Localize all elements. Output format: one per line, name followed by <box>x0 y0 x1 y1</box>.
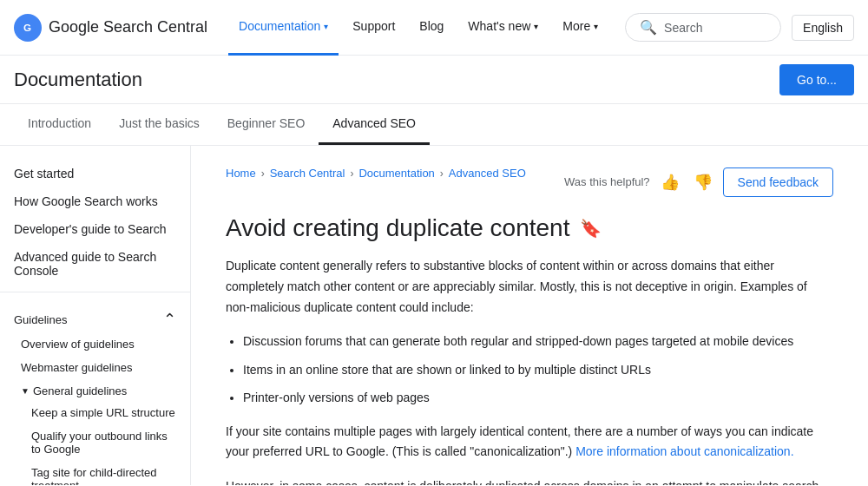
sidebar-item-keep-simple-url[interactable]: Keep a simple URL structure <box>0 401 190 424</box>
feedback-section: Was this helpful? 👍 👎 Send feedback <box>564 167 833 197</box>
sidebar-item-advanced-guide[interactable]: Advanced guide to Search Console <box>0 243 190 285</box>
search-box[interactable]: 🔍 Search <box>625 13 781 42</box>
nav-link-documentation[interactable]: Documentation ▾ <box>228 0 339 56</box>
thumbs-down-button[interactable]: 👎 <box>690 169 716 195</box>
svg-text:G: G <box>23 22 31 33</box>
thumbs-down-icon: 👎 <box>694 174 713 191</box>
helpful-text: Was this helpful? <box>564 175 650 188</box>
chevron-down-icon: ▾ <box>534 22 538 31</box>
logo-area[interactable]: G Google Search Central <box>14 14 207 42</box>
sub-header: Documentation Go to... <box>0 56 868 104</box>
tab-bar: Introduction Just the basics Beginner SE… <box>0 104 868 146</box>
triangle-icon: ▼ <box>21 386 30 396</box>
canonicalization-link[interactable]: More information about canonicalization. <box>575 444 793 458</box>
sidebar-item-tag-child-directed[interactable]: Tag site for child-directed treatment <box>0 461 190 485</box>
breadcrumb-sep-2: › <box>350 167 353 180</box>
thumbs-up-icon: 👍 <box>661 174 680 191</box>
breadcrumb-advanced-seo[interactable]: Advanced SEO <box>449 167 526 180</box>
tab-beginner-seo[interactable]: Beginner SEO <box>214 104 319 145</box>
breadcrumb-search-central[interactable]: Search Central <box>270 167 345 180</box>
nav-link-support[interactable]: Support <box>342 0 405 56</box>
sidebar-section-guidelines: Guidelines ⌃ <box>0 299 190 332</box>
sidebar-item-overview-guidelines[interactable]: Overview of guidelines <box>0 332 190 356</box>
sidebar-item-get-started[interactable]: Get started <box>0 160 190 187</box>
nav-link-blog[interactable]: Blog <box>409 0 454 56</box>
nav-links: Documentation ▾ Support Blog What's new … <box>228 0 625 56</box>
chevron-down-icon: ▾ <box>594 22 598 31</box>
collapse-icon[interactable]: ⌃ <box>163 310 176 329</box>
canonicalization-paragraph: If your site contains multiple pages wit… <box>226 422 833 463</box>
bookmark-icon[interactable]: 🔖 <box>580 218 602 239</box>
page-title-row: Avoid creating duplicate content 🔖 <box>226 214 833 242</box>
language-button[interactable]: English <box>792 15 854 41</box>
sidebar: Get started How Google Search works Deve… <box>0 146 191 485</box>
breadcrumb-wrapper: Home › Search Central › Documentation › … <box>226 167 833 197</box>
list-item-3: Printer-only versions of web pages <box>243 388 833 407</box>
intro-paragraph: Duplicate content generally refers to su… <box>226 256 833 318</box>
breadcrumb-sep-1: › <box>261 167 265 180</box>
logo-icon: G <box>14 14 42 42</box>
tab-advanced-seo[interactable]: Advanced SEO <box>319 104 430 145</box>
thumbs-up-button[interactable]: 👍 <box>657 169 683 195</box>
breadcrumb-home[interactable]: Home <box>226 167 256 180</box>
sidebar-item-general-guidelines-header: ▼ General guidelines <box>0 379 190 401</box>
breadcrumb: Home › Search Central › Documentation › … <box>226 167 526 180</box>
nav-link-more[interactable]: More ▾ <box>552 0 608 56</box>
manipulation-paragraph: However, in some cases, content is delib… <box>226 476 833 485</box>
search-icon: 🔍 <box>640 19 657 36</box>
sidebar-item-developers-guide[interactable]: Developer's guide to Search <box>0 215 190 243</box>
chevron-down-icon: ▾ <box>324 22 328 31</box>
breadcrumb-documentation[interactable]: Documentation <box>358 167 434 180</box>
list-item-1: Discussion forums that can generate both… <box>243 332 833 351</box>
list-item-2: Items in an online store that are shown … <box>243 360 833 379</box>
page-section-title: Documentation <box>14 69 142 91</box>
go-to-button[interactable]: Go to... <box>779 64 854 95</box>
sidebar-divider <box>0 292 190 292</box>
main-content: Home › Search Central › Documentation › … <box>191 146 868 485</box>
sidebar-item-how-google-search-works[interactable]: How Google Search works <box>0 187 190 215</box>
breadcrumb-sep-3: › <box>440 167 444 180</box>
nav-link-whats-new[interactable]: What's new ▾ <box>457 0 549 56</box>
send-feedback-button[interactable]: Send feedback <box>723 167 833 197</box>
sidebar-item-webmaster-guidelines[interactable]: Webmaster guidelines <box>0 356 190 379</box>
tab-just-the-basics[interactable]: Just the basics <box>105 104 214 145</box>
sidebar-item-qualify-outbound[interactable]: Qualify your outbound links to Google <box>0 424 190 461</box>
nav-right: 🔍 Search English <box>625 13 854 42</box>
content-list: Discussion forums that can generate both… <box>243 332 833 407</box>
logo-text: Google Search Central <box>49 18 207 36</box>
tab-introduction[interactable]: Introduction <box>14 104 105 145</box>
top-nav: G Google Search Central Documentation ▾ … <box>0 0 868 56</box>
main-layout: Get started How Google Search works Deve… <box>0 146 868 485</box>
page-title: Avoid creating duplicate content <box>226 214 569 242</box>
